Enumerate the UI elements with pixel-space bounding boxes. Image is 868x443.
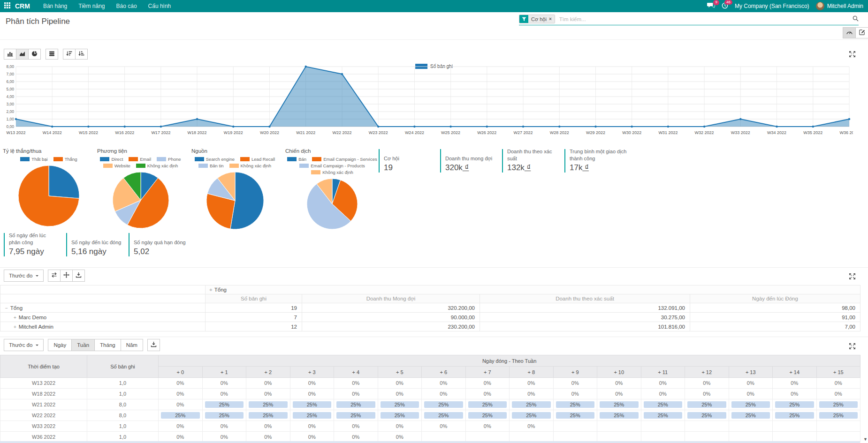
- edit-dashboard-button[interactable]: [855, 27, 868, 38]
- cohort-cell-highlight[interactable]: 25%: [424, 412, 463, 419]
- cohort-row-label[interactable]: W21 2022: [0, 399, 87, 410]
- cohort-cell-highlight[interactable]: 25%: [775, 412, 814, 419]
- user-menu[interactable]: Mitchell Admin: [816, 2, 863, 10]
- flip-axis-button[interactable]: [48, 270, 61, 282]
- cohort-expand-button[interactable]: [847, 341, 857, 351]
- legend-item[interactable]: Không xác định: [229, 163, 272, 168]
- cohort-cell-highlight[interactable]: 25%: [205, 401, 244, 408]
- sort-asc-button[interactable]: [75, 49, 88, 60]
- pivot-expand-button[interactable]: [847, 271, 857, 281]
- bar-chart-button[interactable]: [4, 49, 16, 60]
- pivot-column-group-header[interactable]: +Tổng: [206, 285, 860, 294]
- legend-item[interactable]: Bán: [287, 157, 306, 162]
- cohort-cell-highlight[interactable]: 25%: [819, 412, 858, 419]
- graph-expand-button[interactable]: [847, 49, 857, 59]
- row-expand-icon[interactable]: +: [14, 315, 16, 320]
- nav-menu-item-3[interactable]: Cấu hình: [143, 0, 177, 12]
- legend-item[interactable]: Email Campaign - Services: [312, 157, 377, 162]
- search-icon[interactable]: [853, 15, 859, 23]
- download-button[interactable]: [72, 270, 85, 282]
- cohort-cell-highlight[interactable]: 25%: [731, 401, 770, 408]
- cohort-cell-highlight[interactable]: 25%: [512, 401, 551, 408]
- legend-item[interactable]: Bản tin: [198, 163, 224, 168]
- row-expand-icon[interactable]: +: [14, 324, 16, 330]
- pie-chart-2[interactable]: [206, 171, 265, 230]
- cohort-range-tuần[interactable]: Tuần: [71, 339, 95, 351]
- cohort-cell-highlight[interactable]: 25%: [687, 401, 726, 408]
- cohort-row-label[interactable]: W22 2022: [0, 410, 87, 421]
- cohort-cell-highlight[interactable]: 25%: [161, 412, 200, 419]
- facet-close-icon[interactable]: ×: [549, 16, 552, 22]
- cohort-cell-highlight[interactable]: 25%: [468, 401, 507, 408]
- legend-item[interactable]: Website: [103, 163, 130, 168]
- legend-item[interactable]: Không xác định: [136, 163, 178, 168]
- cohort-row-label[interactable]: W33 2022: [0, 421, 87, 432]
- pivot-measure-header-1[interactable]: Doanh thu Mong đợi: [302, 294, 480, 303]
- legend-item[interactable]: Email Campaign - Products: [299, 163, 365, 168]
- messages-button[interactable]: 9: [707, 2, 715, 10]
- legend-item[interactable]: Email: [129, 157, 151, 162]
- activities-button[interactable]: 46: [722, 2, 728, 10]
- cohort-cell-highlight[interactable]: 25%: [336, 401, 375, 408]
- cohort-cell-highlight[interactable]: 25%: [424, 401, 463, 408]
- cohort-range-năm[interactable]: Năm: [121, 339, 143, 351]
- nav-menu-item-2[interactable]: Báo cáo: [111, 0, 143, 12]
- stacked-button[interactable]: [46, 49, 58, 60]
- cohort-measures-button[interactable]: Thước đo: [4, 339, 44, 351]
- cohort-cell-highlight[interactable]: 25%: [205, 412, 244, 419]
- expand-all-button[interactable]: [60, 270, 73, 282]
- cohort-cell-highlight[interactable]: 25%: [293, 412, 332, 419]
- cohort-cell-highlight[interactable]: 25%: [600, 401, 639, 408]
- legend-item[interactable]: Không xác định: [311, 170, 353, 175]
- pivot-row-header[interactable]: +Mitchell Admin: [0, 322, 206, 331]
- row-expand-icon[interactable]: −: [5, 306, 8, 311]
- legend-item[interactable]: Direct: [100, 157, 123, 162]
- cohort-row-label[interactable]: W13 2022: [0, 378, 87, 389]
- sort-desc-button[interactable]: [63, 49, 76, 60]
- cohort-cell-highlight[interactable]: 25%: [556, 401, 595, 408]
- cohort-cell-highlight[interactable]: 25%: [512, 412, 551, 419]
- pivot-measure-header-3[interactable]: Ngày đến lúc Đóng: [690, 294, 860, 303]
- app-brand[interactable]: CRM: [15, 2, 30, 10]
- cohort-row-label[interactable]: W18 2022: [0, 389, 87, 399]
- dashboard-view-button[interactable]: [843, 27, 856, 38]
- cohort-range-ngày[interactable]: Ngày: [48, 339, 72, 351]
- legend-item[interactable]: Thất bại: [20, 157, 47, 162]
- pivot-row-header[interactable]: −Tổng: [0, 303, 206, 313]
- cohort-cell-highlight[interactable]: 25%: [249, 412, 288, 419]
- apps-menu-button[interactable]: [0, 0, 14, 12]
- pie-chart-3[interactable]: [306, 178, 358, 230]
- cohort-cell-highlight[interactable]: 25%: [731, 412, 770, 419]
- pivot-measures-button[interactable]: Thước đo: [4, 270, 44, 282]
- search-bar[interactable]: Cơ hội ×: [519, 15, 859, 25]
- line-chart-button[interactable]: [16, 49, 29, 60]
- pivot-row-header[interactable]: +Marc Demo: [0, 313, 206, 322]
- legend-item[interactable]: Lead Recall: [240, 157, 275, 162]
- company-switcher[interactable]: My Company (San Francisco): [735, 3, 809, 9]
- pie-chart-button[interactable]: [28, 49, 41, 60]
- cohort-range-tháng[interactable]: Tháng: [94, 339, 121, 351]
- cohort-cell-highlight[interactable]: 25%: [644, 401, 683, 408]
- cohort-cell-highlight[interactable]: 25%: [293, 401, 332, 408]
- cohort-cell-highlight[interactable]: 25%: [775, 401, 814, 408]
- search-input[interactable]: [558, 16, 853, 23]
- legend-item[interactable]: Thắng: [53, 157, 77, 162]
- nav-menu-item-0[interactable]: Bán hàng: [38, 0, 73, 12]
- legend-item[interactable]: Search engine: [195, 157, 235, 162]
- cohort-download-button[interactable]: [147, 339, 160, 351]
- pie-chart-1[interactable]: [112, 171, 170, 229]
- cohort-cell-highlight[interactable]: 25%: [819, 401, 858, 408]
- scrollbar-down-arrow[interactable]: ▼: [863, 437, 868, 442]
- cohort-cell-highlight[interactable]: 25%: [468, 412, 507, 419]
- legend-item[interactable]: Phone: [157, 157, 181, 162]
- cohort-cell-highlight[interactable]: 25%: [556, 412, 595, 419]
- cohort-cell-highlight[interactable]: 25%: [249, 401, 288, 408]
- cohort-cell-highlight[interactable]: 25%: [336, 412, 375, 419]
- cohort-cell-highlight[interactable]: 25%: [687, 412, 726, 419]
- pivot-measure-header-0[interactable]: Số bản ghi: [206, 294, 302, 303]
- cohort-cell-highlight[interactable]: 25%: [600, 412, 639, 419]
- pie-chart-0[interactable]: [17, 165, 80, 227]
- cohort-cell-highlight[interactable]: 25%: [381, 401, 419, 408]
- cohort-cell-highlight[interactable]: 25%: [381, 412, 419, 419]
- nav-menu-item-1[interactable]: Tiềm năng: [73, 0, 110, 12]
